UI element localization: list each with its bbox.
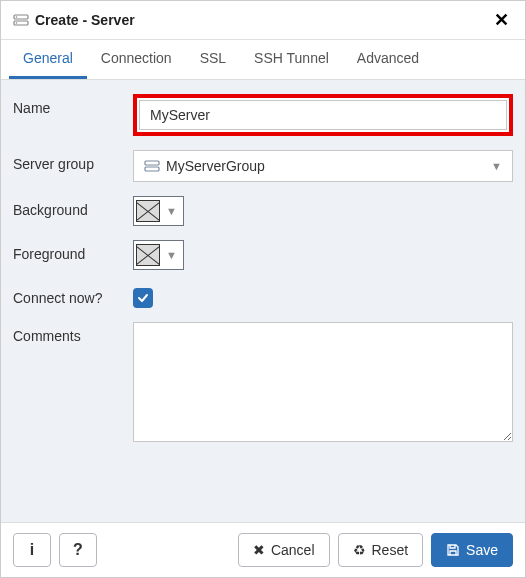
server-group-select[interactable]: MyServerGroup ▼ [133, 150, 513, 182]
reset-button-label: Reset [372, 542, 409, 558]
create-server-dialog: Create - Server ✕ General Connection SSL… [0, 0, 526, 578]
cancel-button-label: Cancel [271, 542, 315, 558]
server-group-icon [144, 158, 160, 174]
row-background: Background ▼ [13, 196, 513, 226]
dialog-titlebar: Create - Server ✕ [1, 1, 525, 40]
label-server-group: Server group [13, 150, 133, 172]
chevron-down-icon: ▼ [491, 160, 502, 172]
background-swatch [136, 200, 160, 222]
label-foreground: Foreground [13, 240, 133, 262]
label-comments: Comments [13, 322, 133, 344]
save-icon [446, 543, 460, 557]
info-icon: i [30, 541, 34, 559]
tab-ssl[interactable]: SSL [186, 40, 240, 79]
server-group-value: MyServerGroup [166, 158, 491, 174]
tab-ssh-tunnel[interactable]: SSH Tunnel [240, 40, 343, 79]
tab-connection[interactable]: Connection [87, 40, 186, 79]
chevron-down-icon: ▼ [164, 205, 183, 217]
chevron-down-icon: ▼ [164, 249, 183, 261]
svg-rect-4 [145, 161, 159, 165]
row-foreground: Foreground ▼ [13, 240, 513, 270]
close-button[interactable]: ✕ [490, 9, 513, 31]
row-server-group: Server group MyServerGroup ▼ [13, 150, 513, 182]
dialog-body: Name Server group MyServerGroup [1, 80, 525, 522]
tab-general[interactable]: General [9, 40, 87, 79]
row-name: Name [13, 94, 513, 136]
recycle-icon: ♻ [353, 542, 366, 558]
label-name: Name [13, 94, 133, 116]
reset-button[interactable]: ♻ Reset [338, 533, 424, 567]
dialog-title: Create - Server [35, 12, 490, 28]
background-color-picker[interactable]: ▼ [133, 196, 184, 226]
svg-point-3 [16, 22, 18, 24]
label-connect-now: Connect now? [13, 284, 133, 306]
help-icon: ? [73, 541, 83, 559]
cancel-button[interactable]: ✖ Cancel [238, 533, 330, 567]
save-button[interactable]: Save [431, 533, 513, 567]
connect-now-checkbox[interactable] [133, 288, 153, 308]
foreground-swatch [136, 244, 160, 266]
help-button[interactable]: ? [59, 533, 97, 567]
check-icon [137, 292, 149, 304]
server-icon [13, 12, 29, 28]
row-connect-now: Connect now? [13, 284, 513, 308]
info-button[interactable]: i [13, 533, 51, 567]
save-button-label: Save [466, 542, 498, 558]
dialog-footer: i ? ✖ Cancel ♻ Reset Save [1, 522, 525, 577]
tabs: General Connection SSL SSH Tunnel Advanc… [1, 40, 525, 80]
tab-advanced[interactable]: Advanced [343, 40, 433, 79]
foreground-color-picker[interactable]: ▼ [133, 240, 184, 270]
comments-textarea[interactable] [133, 322, 513, 442]
row-comments: Comments [13, 322, 513, 445]
name-highlight [133, 94, 513, 136]
name-input[interactable] [139, 100, 507, 130]
svg-point-2 [16, 16, 18, 18]
label-background: Background [13, 196, 133, 218]
close-icon: ✖ [253, 542, 265, 558]
svg-rect-5 [145, 167, 159, 171]
